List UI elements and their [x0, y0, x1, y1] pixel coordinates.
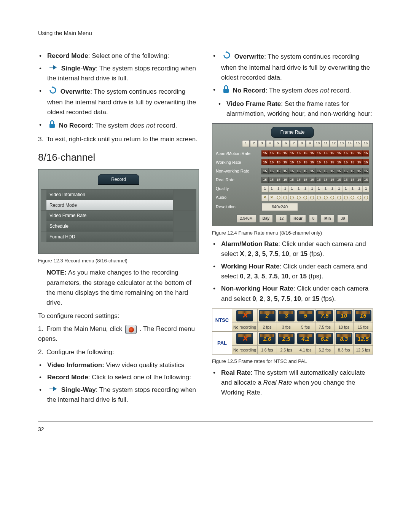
figure-12-3-record-menu: Record Video InformationRecord ModeVideo…	[38, 169, 199, 254]
subsection-title: 8/16-channel	[38, 150, 199, 165]
bullet-real-rate: • Real Rate: The system will automatical…	[212, 368, 373, 398]
fig3-row: Video Frame Rate	[41, 210, 196, 221]
running-head: Using the Main Menu	[38, 29, 373, 37]
fig3-row: Record Mode	[41, 200, 196, 211]
fig3-ribbon: Record	[98, 174, 139, 185]
step-3: 3.To exit, right-click until you return …	[38, 134, 199, 144]
bullet-no-record: • No Record: The system does not record.	[38, 120, 199, 131]
figure-12-5-frame-rates-table: NTSC2357.51015No recording2 fps3 fps5 fp…	[212, 308, 373, 355]
to-configure: To configure record settings:	[38, 311, 199, 321]
overwrite-icon	[49, 86, 57, 97]
step-1: 1.From the Main Menu, click . The Record…	[38, 324, 199, 344]
fig3-row: Format HDD	[41, 232, 196, 242]
fig3-row: Schedule	[41, 221, 196, 232]
bullet-non-working-hour-rate: • Non-working Hour Rate: Click under eac…	[212, 284, 373, 304]
svg-rect-0	[49, 124, 55, 128]
bullet-alarm-motion-rate: • Alarm/Motion Rate: Click under each ca…	[212, 239, 373, 259]
bullet-working-hour-rate: • Working Hour Rate: Click under each ca…	[212, 262, 373, 282]
bullet-overwrite-right: • Overwrite: The system continues record…	[212, 51, 373, 83]
fig3-row: Video Information	[41, 190, 196, 200]
bullet-video-information: • Video Information: View video quality …	[38, 360, 199, 370]
right-column: • Overwrite: The system continues record…	[212, 49, 373, 407]
figure-12-4-frame-rate-menu: Frame Rate 12345678910111213141516 Alarm…	[212, 123, 373, 226]
step-2: 2.Configure the following:	[38, 347, 199, 357]
record-mode-label: Record Mode	[47, 52, 88, 59]
bullet-no-record-right: • No Record: The system does not record.	[212, 85, 373, 96]
figure-12-4-caption: Figure 12.4 Frame Rate menu (8/16-channe…	[212, 229, 373, 237]
figure-12-5-caption: Figure 12.5 Frame rates for NTSC and PAL	[212, 358, 373, 365]
overwrite-icon	[223, 51, 231, 62]
single-way-icon	[49, 385, 58, 395]
no-record-lock-icon	[223, 85, 229, 96]
no-record-lock-icon	[49, 120, 56, 131]
single-way-icon	[49, 64, 58, 73]
note-paragraph: NOTE: As you make changes to the recordi…	[46, 268, 199, 308]
fig4-footer-total: 2.946M	[236, 214, 256, 223]
bullet-record-mode-2: • Record Mode: Click to select one of th…	[38, 372, 199, 382]
bullet-single-way-2: • Single-Way: The system stops recording…	[38, 385, 199, 405]
left-column: • Record Mode: Select one of the followi…	[38, 49, 199, 407]
bullet-single-way: • Single-Way: The system stops recording…	[38, 64, 199, 84]
record-menu-icon	[125, 325, 137, 334]
bullet-overwrite: • Overwrite: The system continues record…	[38, 86, 199, 118]
bullet-video-frame-rate: • Video Frame Rate: Set the frame rates …	[217, 99, 373, 119]
figure-12-3-caption: Figure 12.3 Record menu (8/16-channel)	[38, 257, 199, 265]
svg-rect-1	[223, 89, 229, 93]
page-number: 32	[38, 425, 373, 434]
bullet-record-mode: • Record Mode: Select one of the followi…	[38, 51, 199, 61]
